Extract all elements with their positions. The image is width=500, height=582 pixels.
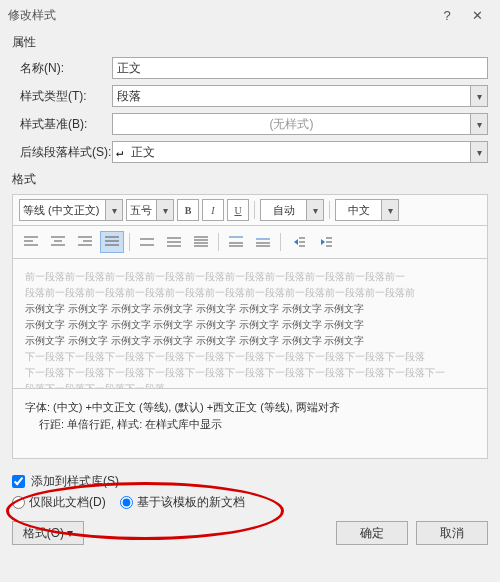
align-justify-button[interactable] [100,231,124,253]
close-button[interactable]: ✕ [462,0,492,30]
font-color-select[interactable] [260,199,306,221]
font-color-dropdown[interactable]: ▾ [306,199,324,221]
description-box: 字体: (中文) +中文正文 (等线), (默认) +西文正文 (等线), 两端… [12,389,488,459]
font-size-dropdown[interactable]: ▾ [156,199,174,221]
svg-marker-31 [321,239,325,245]
add-to-style-library-checkbox[interactable]: 添加到样式库(S) [12,473,488,490]
ok-button[interactable]: 确定 [336,521,408,545]
based-on-label: 样式基准(B): [12,116,112,133]
based-on-dropdown[interactable]: ▾ [470,113,488,135]
style-type-dropdown[interactable]: ▾ [470,85,488,107]
name-label: 名称(N): [12,60,112,77]
name-input[interactable] [112,57,488,79]
based-on-template-radio[interactable]: 基于该模板的新文档 [120,494,245,511]
format-section-label: 格式 [12,171,488,188]
line-spacing-2-button[interactable] [189,231,213,253]
preview-pane: 前一段落前一段落前一段落前一段落前一段落前一段落前一段落前一段落前一段落前一 段… [12,259,488,389]
style-type-select[interactable] [112,85,470,107]
svg-marker-27 [294,239,298,245]
italic-button[interactable]: I [202,199,224,221]
lang-dropdown[interactable]: ▾ [381,199,399,221]
cancel-button[interactable]: 取消 [416,521,488,545]
align-right-button[interactable] [73,231,97,253]
follow-style-select[interactable] [112,141,470,163]
align-left-button[interactable] [19,231,43,253]
font-family-dropdown[interactable]: ▾ [105,199,123,221]
based-on-select[interactable] [112,113,470,135]
font-size-select[interactable] [126,199,156,221]
dialog-title: 修改样式 [8,7,432,24]
paragraph-mark-icon: ↵ [116,145,123,159]
props-section-label: 属性 [12,34,488,51]
line-spacing-1-button[interactable] [135,231,159,253]
align-center-button[interactable] [46,231,70,253]
line-spacing-15-button[interactable] [162,231,186,253]
help-button[interactable]: ? [432,0,462,30]
underline-button[interactable]: U [227,199,249,221]
lang-select[interactable] [335,199,381,221]
space-before-dec-button[interactable] [251,231,275,253]
style-type-label: 样式类型(T): [12,88,112,105]
font-family-select[interactable] [19,199,105,221]
follow-style-label: 后续段落样式(S): [12,144,112,161]
only-this-doc-radio[interactable]: 仅限此文档(D) [12,494,106,511]
follow-style-dropdown[interactable]: ▾ [470,141,488,163]
indent-dec-button[interactable] [286,231,310,253]
bold-button[interactable]: B [177,199,199,221]
space-before-inc-button[interactable] [224,231,248,253]
format-menu-button[interactable]: 格式(O) ▾ [12,521,84,545]
indent-inc-button[interactable] [313,231,337,253]
